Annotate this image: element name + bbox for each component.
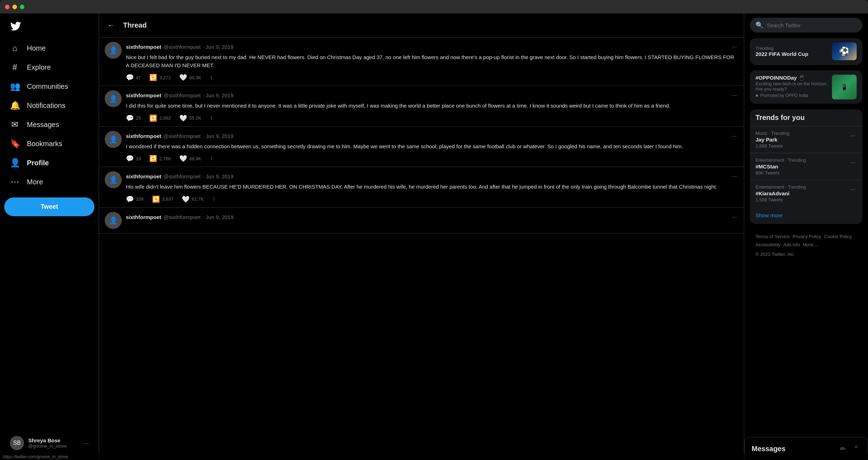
reply-icon-t1: 💬 (126, 74, 134, 81)
nav-item-profile[interactable]: 👤 Profile (4, 154, 94, 172)
nav-item-home[interactable]: ⌂ Home (4, 39, 94, 57)
tweet-body-partial: sixthformpoet @sixthformpoet · Jun 9, 20… (126, 212, 738, 229)
right-sidebar: 🔍 Trending 2022 FIFA World Cup ⚽ #OPPOIN… (744, 13, 868, 460)
reply-btn-t1[interactable]: 💬 47 (126, 74, 141, 81)
footer-link-5[interactable]: More ... (803, 242, 818, 247)
nav-item-explore[interactable]: # Explore (4, 58, 94, 76)
tweet-text-t4: His wife didn't leave him flowers BECAUS… (126, 183, 738, 191)
tweet-header-t3: sixthformpoet @sixthformpoet · Jun 9, 20… (126, 131, 738, 141)
reply-icon-t2: 💬 (126, 114, 134, 122)
nav-items: ⌂ Home # Explore 👥 Communities 🔔 Notific… (4, 39, 94, 173)
retweet-btn-t4[interactable]: 🔁 3,637 (152, 195, 174, 203)
trend-item-2[interactable]: Entertainment · Trending #KiaraAdvani 1,… (750, 180, 862, 207)
close-btn[interactable] (5, 5, 10, 9)
like-btn-t3[interactable]: 🤍 48.9K (179, 155, 201, 162)
tweet-more-t4[interactable]: ··· (730, 171, 738, 182)
trend-more-2[interactable]: ··· (849, 184, 857, 195)
profile-nav-icon: 👤 (10, 158, 20, 168)
tweet-more-partial[interactable]: ··· (730, 212, 738, 222)
tweet-author-info-t4: sixthformpoet @sixthformpoet · Jun 9, 20… (126, 173, 233, 179)
minimize-btn[interactable] (12, 5, 17, 9)
tweet-header-t2: sixthformpoet @sixthformpoet · Jun 9, 20… (126, 90, 738, 100)
user-info: Shreya Bose @gnome_in_stove (28, 437, 79, 449)
nav-label-communities: Communities (27, 82, 68, 91)
collapse-messages-icon[interactable]: ⌃ (852, 443, 861, 454)
reply-btn-t4[interactable]: 💬 109 (126, 195, 144, 203)
home-nav-icon: ⌂ (10, 43, 20, 53)
tweet-more-t1[interactable]: ··· (730, 42, 738, 52)
tweet-item-t3: 👤 sixthformpoet @sixthformpoet · Jun 9, … (99, 127, 744, 167)
trend-info-0: Music · Trending Jay Park 1,688 Tweets (756, 131, 849, 149)
retweet-icon-t4: 🔁 (152, 195, 160, 203)
share-btn-t2[interactable]: ↑ (210, 114, 213, 122)
tweet-avatar-partial: 👤 (105, 212, 122, 229)
like-icon-t3: 🤍 (179, 155, 187, 162)
nav-item-messages[interactable]: ✉ Messages (4, 115, 94, 134)
tweet-body-t1: sixthformpoet @sixthformpoet · Jun 9, 20… (126, 42, 738, 81)
like-btn-t2[interactable]: 🤍 55.2K (179, 114, 201, 122)
promo-source-icon: ■ (756, 93, 758, 98)
retweet-btn-t3[interactable]: 🔁 2,766 (149, 155, 171, 162)
tweet-author-info-t3: sixthformpoet @sixthformpoet · Jun 9, 20… (126, 133, 233, 139)
promo-item: #OPPOINNODay 📱 Exciting new tech is on t… (750, 70, 862, 104)
reply-btn-t3[interactable]: 💬 19 (126, 155, 141, 162)
show-more-link[interactable]: Show more (750, 207, 862, 224)
main-content: ← Thread 👤 sixthformpoet @sixthformpoet … (99, 13, 744, 460)
share-btn-t1[interactable]: ↑ (210, 74, 213, 81)
share-btn-t3[interactable]: ↑ (210, 155, 213, 162)
retweet-btn-t1[interactable]: 🔁 3,272 (149, 74, 171, 81)
user-more-icon[interactable]: ··· (83, 439, 89, 447)
trend-more-1[interactable]: ··· (849, 157, 857, 168)
nav-label-notifications: Notifications (27, 102, 65, 110)
retweet-btn-t2[interactable]: 🔁 2,882 (149, 114, 171, 122)
footer-link-3[interactable]: Accessibility (756, 242, 781, 247)
tweet-more-t2[interactable]: ··· (730, 90, 738, 100)
user-card[interactable]: SB Shreya Bose @gnome_in_stove ··· (4, 432, 94, 454)
url-bar: https://twitter.com/gnome_in_stove (0, 454, 868, 460)
messages-dock-icons: ✏ ⌃ (839, 443, 861, 454)
tweet-text-t1: Nice but I felt bad for the guy buried n… (126, 53, 738, 69)
footer-link-4[interactable]: Ads info (783, 242, 800, 247)
maximize-btn[interactable] (20, 5, 24, 9)
footer-link-0[interactable]: Terms of Service (756, 234, 790, 239)
reply-btn-t2[interactable]: 💬 25 (126, 114, 141, 122)
tweet-actions-t1: 💬 47 🔁 3,272 🤍 60.3K ↑ (126, 74, 738, 81)
world-cup-image: ⚽ (832, 42, 857, 60)
world-cup-card: Trending 2022 FIFA World Cup ⚽ (750, 38, 862, 65)
trend-more-0[interactable]: ··· (849, 131, 857, 141)
search-input[interactable] (767, 22, 857, 28)
trend-item-1[interactable]: Entertainment · Trending #MCStan 80K Twe… (750, 153, 862, 180)
tweet-item-partial: 👤 sixthformpoet @sixthformpoet · Jun 9, … (99, 208, 744, 234)
like-btn-t4[interactable]: 🤍 61.7K (182, 195, 204, 203)
like-icon-t1: 🤍 (179, 74, 187, 81)
nav-item-communities[interactable]: 👥 Communities (4, 77, 94, 96)
tweet-actions-t4: 💬 109 🔁 3,637 🤍 61.7K ↑ (126, 195, 738, 203)
trends-container: Music · Trending Jay Park 1,688 Tweets ·… (750, 126, 862, 207)
retweet-icon-t1: 🔁 (149, 74, 157, 81)
tweet-button[interactable]: Tweet (4, 197, 94, 216)
reply-icon-t4: 💬 (126, 195, 134, 203)
footer-link-2[interactable]: Cookie Policy (824, 234, 852, 239)
like-btn-t1[interactable]: 🤍 60.3K (179, 74, 201, 81)
search-icon: 🔍 (756, 21, 763, 29)
nav-item-bookmarks[interactable]: 🔖 Bookmarks (4, 134, 94, 153)
nav-item-notifications[interactable]: 🔔 Notifications (4, 96, 94, 115)
tweet-item-t1: 👤 sixthformpoet @sixthformpoet · Jun 9, … (99, 38, 744, 86)
user-name: Shreya Bose (28, 437, 79, 443)
back-button[interactable]: ← (105, 18, 117, 32)
share-icon-t1: ↑ (210, 74, 213, 81)
footer-link-1[interactable]: Privacy Policy (793, 234, 821, 239)
compose-message-icon[interactable]: ✏ (839, 443, 847, 454)
trend-item-0[interactable]: Music · Trending Jay Park 1,688 Tweets ·… (750, 126, 862, 153)
trend-info-2: Entertainment · Trending #KiaraAdvani 1,… (756, 184, 849, 202)
thread-title: Thread (123, 21, 147, 29)
avatar: SB (10, 436, 24, 450)
nav-label-profile: Profile (27, 159, 49, 167)
nav-item-more[interactable]: ⋯ More (4, 173, 94, 191)
trend-info-1: Entertainment · Trending #MCStan 80K Twe… (756, 157, 849, 176)
twitter-logo[interactable] (4, 16, 94, 38)
tweet-author-info-t1: sixthformpoet @sixthformpoet · Jun 9, 20… (126, 44, 233, 50)
tweet-more-t3[interactable]: ··· (730, 131, 738, 141)
share-btn-t4[interactable]: ↑ (212, 195, 215, 203)
promo-text: #OPPOINNODay 📱 Exciting new tech is on t… (756, 75, 828, 98)
